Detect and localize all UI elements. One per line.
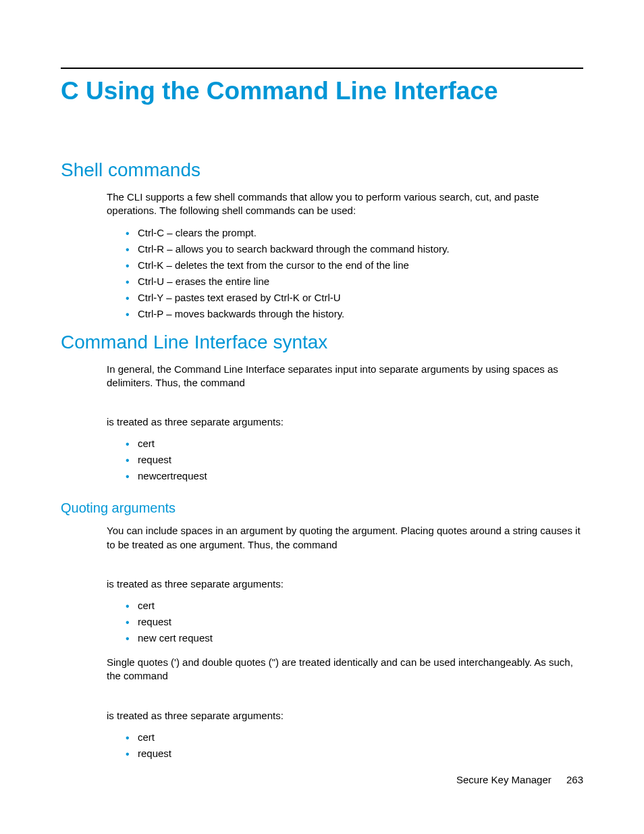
quoting-intro: You can include spaces in an argument by…: [107, 524, 583, 552]
list-item: new cert request: [126, 630, 583, 646]
list-item: request: [126, 746, 583, 762]
list-item: Ctrl-C – clears the prompt.: [126, 225, 583, 241]
quoting-heading: Quoting arguments: [61, 500, 583, 516]
list-item: cert: [126, 436, 583, 452]
quoting-treated-as-1: is treated as three separate arguments:: [107, 577, 583, 591]
shell-commands-heading: Shell commands: [61, 159, 583, 181]
quoting-treated-as-2: is treated as three separate arguments:: [107, 709, 583, 723]
footer-doc-title: Secure Key Manager: [456, 774, 552, 785]
cli-syntax-heading: Command Line Interface syntax: [61, 332, 583, 353]
quoting-list-1: cert request new cert request: [126, 598, 583, 646]
list-item: Ctrl-R – allows you to search backward t…: [126, 241, 583, 257]
list-item: Ctrl-K – deletes the text from the curso…: [126, 257, 583, 273]
shell-commands-list: Ctrl-C – clears the prompt. Ctrl-R – all…: [126, 225, 583, 322]
quoting-single-double: Single quotes (') and double quotes (") …: [107, 656, 583, 683]
spacer: [61, 396, 583, 415]
cli-syntax-list: cert request newcertrequest: [126, 436, 583, 484]
quoting-list-2: cert request: [126, 729, 583, 762]
list-item: Ctrl-Y – pastes text erased by Ctrl-K or…: [126, 290, 583, 306]
footer-page-number: 263: [566, 774, 583, 785]
list-item: cert: [126, 729, 583, 746]
shell-commands-intro: The CLI supports a few shell commands th…: [107, 190, 583, 218]
list-item: Ctrl-U – erases the entire line: [126, 273, 583, 290]
list-item: request: [126, 614, 583, 630]
spacer: [61, 558, 583, 577]
top-rule: [61, 68, 583, 69]
page-container: C Using the Command Line Interface Shell…: [0, 0, 644, 834]
cli-syntax-intro: In general, the Command Line Interface s…: [107, 363, 583, 390]
page-footer: Secure Key Manager 263: [456, 774, 583, 785]
cli-syntax-treated-as: is treated as three separate arguments:: [107, 415, 583, 429]
list-item: request: [126, 452, 583, 468]
list-item: Ctrl-P – moves backwards through the his…: [126, 306, 583, 322]
list-item: cert: [126, 598, 583, 614]
list-item: newcertrequest: [126, 468, 583, 484]
spacer: [61, 690, 583, 709]
chapter-title: C Using the Command Line Interface: [61, 77, 583, 105]
